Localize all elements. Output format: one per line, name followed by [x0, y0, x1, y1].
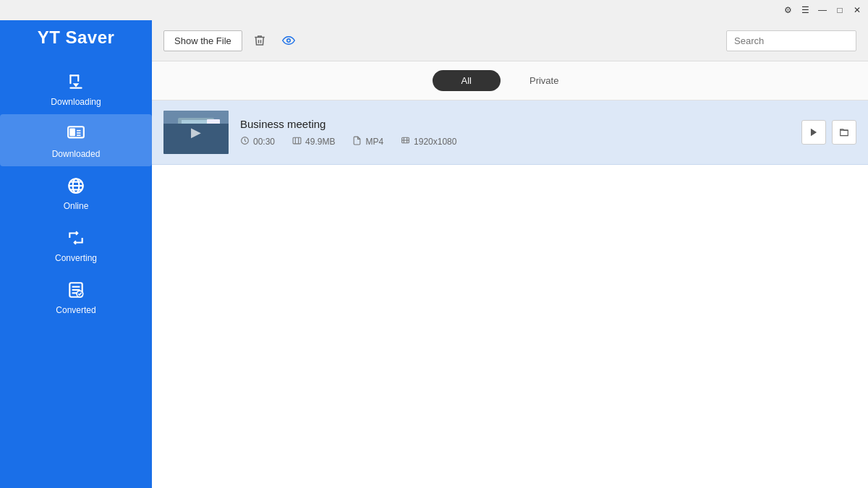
minimize-button[interactable]: — [814, 2, 830, 18]
svg-rect-28 [200, 138, 207, 144]
table-row: Business meeting 00:30 [152, 100, 868, 165]
maximize-button[interactable]: □ [832, 2, 848, 18]
size-icon [292, 136, 302, 147]
svg-rect-26 [185, 140, 192, 145]
settings-button[interactable]: ⚙ [780, 2, 796, 18]
menu-button[interactable]: ☰ [797, 2, 813, 18]
svg-marker-36 [811, 129, 817, 137]
svg-point-25 [185, 132, 192, 140]
converting-icon [67, 228, 85, 250]
meta-size: 49.9MB [292, 136, 335, 147]
play-button[interactable] [801, 120, 826, 145]
sidebar-item-converting[interactable]: Converting [0, 218, 152, 270]
downloaded-icon [67, 124, 85, 146]
sidebar-label-converted: Converted [56, 305, 95, 315]
download-icon [67, 72, 85, 94]
sidebar-item-downloaded[interactable]: Downloaded [0, 114, 152, 166]
clock-icon [240, 136, 250, 147]
meta-format: MP4 [352, 136, 383, 147]
sidebar-label-converting: Converting [55, 253, 97, 263]
svg-rect-6 [69, 128, 75, 136]
sidebar-label-online: Online [64, 201, 89, 211]
svg-point-27 [200, 131, 207, 138]
sidebar-label-downloading: Downloading [51, 97, 101, 107]
sidebar-item-online[interactable]: Online [0, 166, 152, 218]
search-input[interactable] [726, 30, 856, 51]
online-icon [67, 176, 85, 198]
close-button[interactable]: ✕ [849, 2, 865, 18]
main-content: Show the File All [152, 20, 868, 488]
app-body: YT Saver Downloading [0, 20, 868, 488]
filter-bar: All Private [152, 61, 868, 100]
eye-button[interactable] [277, 29, 300, 52]
tab-all[interactable]: All [433, 70, 501, 91]
size-value: 49.9MB [305, 137, 335, 147]
meta-resolution: 1920x1080 [401, 136, 456, 147]
sidebar: YT Saver Downloading [0, 20, 152, 488]
sidebar-label-downloaded: Downloaded [52, 149, 101, 159]
svg-point-20 [287, 39, 291, 43]
tab-private[interactable]: Private [501, 70, 587, 91]
svg-rect-29 [207, 119, 220, 128]
sidebar-item-downloading[interactable]: Downloading [0, 62, 152, 114]
delete-button[interactable] [248, 29, 271, 52]
format-value: MP4 [365, 137, 383, 147]
sidebar-item-converted[interactable]: Converted [0, 270, 152, 322]
file-actions [801, 120, 856, 145]
app-title: YT Saver [38, 27, 115, 48]
svg-rect-4 [69, 87, 82, 89]
svg-rect-21 [163, 111, 229, 154]
svg-rect-22 [163, 132, 229, 154]
converted-icon [67, 281, 85, 302]
thumbnail-image [163, 111, 229, 154]
toolbar: Show the File [152, 20, 868, 61]
file-meta: 00:30 49.9MB [240, 136, 790, 147]
file-list: Business meeting 00:30 [152, 100, 868, 488]
resolution-icon [401, 136, 410, 147]
svg-marker-3 [73, 83, 80, 87]
open-folder-button[interactable] [832, 120, 856, 145]
svg-rect-31 [293, 137, 301, 144]
svg-rect-24 [182, 120, 210, 136]
duration-value: 00:30 [253, 137, 275, 147]
meta-duration: 00:30 [240, 136, 275, 147]
file-thumbnail [163, 111, 229, 154]
file-info: Business meeting 00:30 [240, 118, 790, 147]
svg-rect-1 [69, 74, 71, 84]
resolution-value: 1920x1080 [414, 137, 456, 147]
show-file-button[interactable]: Show the File [163, 30, 242, 51]
format-icon [352, 136, 362, 147]
file-title: Business meeting [240, 118, 790, 130]
svg-rect-2 [77, 74, 79, 82]
title-bar: ⚙ ☰ — □ ✕ [0, 0, 868, 20]
